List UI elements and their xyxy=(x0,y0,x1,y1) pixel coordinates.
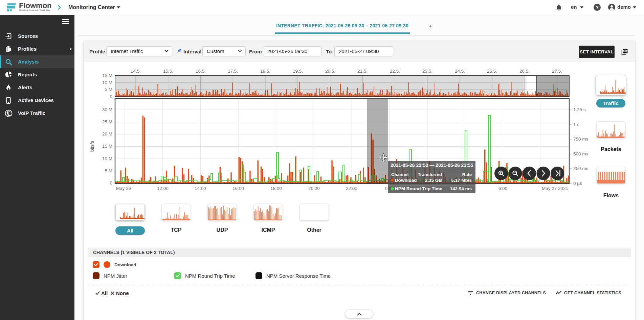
svg-text:15 M: 15 M xyxy=(102,144,112,149)
svg-text:27.5.: 27.5. xyxy=(552,69,562,74)
svg-text:6:00: 6:00 xyxy=(498,186,507,191)
svg-text:bits/s: bits/s xyxy=(89,141,95,152)
svg-text:May 27 2021: May 27 2021 xyxy=(542,186,568,191)
svg-text:500 ms: 500 ms xyxy=(573,151,589,156)
svg-text:10 M: 10 M xyxy=(102,80,112,85)
svg-text:15 M: 15 M xyxy=(102,73,112,78)
svg-text:25.5.: 25.5. xyxy=(487,69,497,74)
svg-text:19.5.: 19.5. xyxy=(293,69,303,74)
svg-text:24.5.: 24.5. xyxy=(455,69,465,74)
svg-text:16:00: 16:00 xyxy=(232,186,244,191)
svg-text:PDF: PDF xyxy=(623,50,627,52)
svg-text:0: 0 xyxy=(110,94,112,99)
svg-text:30 M: 30 M xyxy=(102,107,112,112)
svg-text:14:00: 14:00 xyxy=(195,186,206,191)
svg-text:5 M: 5 M xyxy=(105,87,112,92)
svg-text:May 26: May 26 xyxy=(116,186,131,191)
svg-text:1 s: 1 s xyxy=(573,122,579,127)
svg-text:22.5.: 22.5. xyxy=(390,69,400,74)
svg-text:15.5.: 15.5. xyxy=(163,69,173,74)
svg-text:10 M: 10 M xyxy=(102,156,112,161)
svg-text:250 ms: 250 ms xyxy=(573,166,589,171)
svg-text:12:00: 12:00 xyxy=(157,186,169,191)
svg-text:17.5.: 17.5. xyxy=(228,69,238,74)
svg-text:1.25 s: 1.25 s xyxy=(573,107,586,112)
svg-text:22:00: 22:00 xyxy=(346,186,357,191)
svg-text:5 M: 5 M xyxy=(105,168,112,173)
svg-text:25 M: 25 M xyxy=(102,119,112,124)
svg-text:18.5.: 18.5. xyxy=(260,69,270,74)
svg-text:23.5.: 23.5. xyxy=(422,69,432,74)
svg-text:750 ms: 750 ms xyxy=(573,137,589,142)
svg-text:16.5.: 16.5. xyxy=(196,69,206,74)
svg-text:18:00: 18:00 xyxy=(270,186,282,191)
svg-text:26.5.: 26.5. xyxy=(519,69,530,74)
svg-text:14.5.: 14.5. xyxy=(131,69,141,74)
svg-text:20.5.: 20.5. xyxy=(325,69,335,74)
svg-text:0 µs: 0 µs xyxy=(573,181,582,186)
svg-text:20 M: 20 M xyxy=(102,131,112,137)
svg-text:0: 0 xyxy=(110,180,112,186)
svg-text:21.5.: 21.5. xyxy=(357,69,368,74)
svg-text:20:00: 20:00 xyxy=(308,186,320,191)
